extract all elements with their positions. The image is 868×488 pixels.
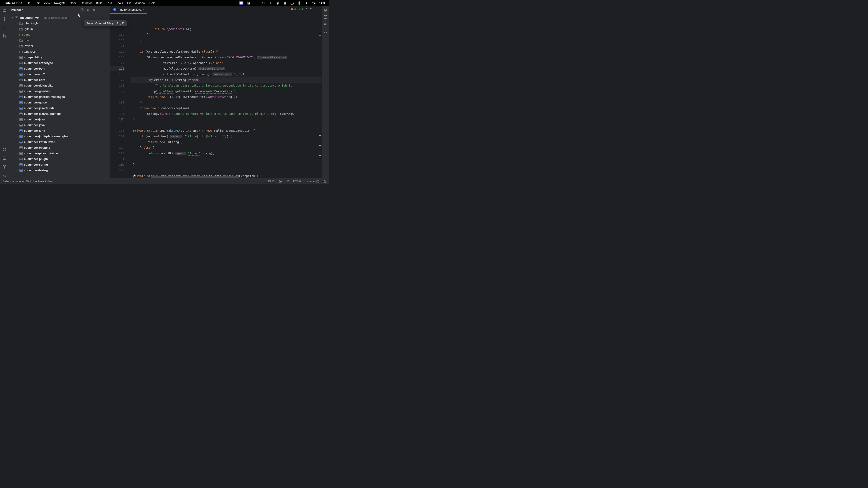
code-line[interactable]: "The %s plugin class takes a java.lang.A… (131, 83, 321, 88)
menubar-time[interactable]: 14:39 (319, 1, 327, 5)
menu-code[interactable]: Code (70, 1, 76, 5)
tree-item[interactable]: ›cucumber-junit-platform-engine (9, 133, 110, 139)
tree-item[interactable]: ›cucumber-kotlin-java8 (9, 139, 110, 145)
status-icon-4[interactable]: ⦀ (268, 1, 272, 5)
code-line[interactable]: return new UTF8OutputStreamWriter(openSt… (131, 94, 321, 100)
code-line[interactable]: return openStream(arg); (131, 26, 321, 32)
tree-item[interactable]: ›.spotless (9, 49, 110, 55)
code-line[interactable]: log.error(() -> String.format( (131, 77, 321, 83)
status-icon-1[interactable]: ◪ (247, 1, 251, 5)
tree-item[interactable]: ›cucumber-archetype (9, 60, 110, 66)
tree-item[interactable]: ›cucumber-core (9, 77, 110, 83)
status-icon-6[interactable]: ▦ (283, 1, 287, 5)
problems-tool-icon[interactable] (2, 164, 7, 169)
expand-all-button[interactable] (85, 7, 91, 13)
code-line[interactable]: } (131, 37, 321, 43)
tree-item[interactable]: ›.idea (9, 32, 110, 37)
commit-tool-icon[interactable] (2, 16, 7, 22)
code-line[interactable]: .collect(Collectors.joining( delimiter: … (131, 71, 321, 77)
menu-window[interactable]: Window (135, 1, 145, 5)
tree-item[interactable]: ›cucumber-bom (9, 66, 110, 71)
next-highlight-button[interactable]: ∨ (310, 7, 312, 10)
menu-file[interactable]: File (26, 1, 31, 5)
tree-item[interactable]: ›cucumber-junit (9, 128, 110, 133)
editor-code[interactable]: return openStream(arg); } } if (ctorArgC… (131, 14, 321, 178)
wifi-icon[interactable] (305, 1, 309, 5)
terminal-tool-icon[interactable] (2, 156, 7, 161)
indent-settings[interactable]: 4 spaces (305, 180, 319, 183)
database-tool-icon[interactable] (323, 15, 328, 19)
tree-item[interactable]: ›.github (9, 26, 110, 32)
line-separator-icon[interactable] (279, 180, 282, 183)
code-line[interactable]: return new URL(arg); (131, 139, 321, 145)
weak-warnings-indicator[interactable]: 1 (298, 7, 303, 10)
tree-item[interactable]: ›cucumber-java8 (9, 122, 110, 128)
code-line[interactable]: .filter(c -> c != Appendable.class) (131, 60, 321, 66)
menu-navigate[interactable]: Navigate (54, 1, 66, 5)
inspections-widget[interactable]: 3 1 ∧ ∨ (290, 7, 312, 10)
project-panel-title[interactable]: Project ▾ (11, 8, 23, 11)
code-line[interactable]: } (131, 32, 321, 37)
status-icon-2[interactable]: ▭ (254, 1, 258, 5)
code-line[interactable]: throw new CucumberException( (131, 105, 321, 111)
tree-item[interactable]: ›cucumber-deltaspike (9, 83, 110, 88)
code-line[interactable] (131, 167, 321, 173)
tree-item[interactable]: ›cucumber-guice (9, 100, 110, 105)
collapse-all-button[interactable] (91, 7, 96, 13)
menu-build[interactable]: Build (96, 1, 103, 5)
prev-highlight-button[interactable]: ∧ (306, 7, 308, 10)
tab-pluginfactory[interactable]: C PluginFactory.java × (110, 6, 147, 14)
stripe-mark[interactable] (319, 135, 321, 136)
menu-git[interactable]: Git (127, 1, 131, 5)
status-icon-3[interactable]: ⬡ (261, 1, 265, 5)
code-line[interactable]: if (ctorArgClass.equals(Appendable.class… (131, 49, 321, 55)
tree-item[interactable]: ›cucumber-testng (9, 167, 110, 173)
tree-item[interactable]: ›cucumber-picocontainer (9, 151, 110, 156)
error-stripe[interactable] (318, 14, 321, 178)
notifications-icon[interactable] (323, 8, 328, 12)
panel-options-button[interactable]: ⋮ (97, 7, 102, 13)
hide-panel-button[interactable]: — (103, 7, 108, 13)
pull-requests-tool-icon[interactable] (2, 33, 7, 39)
code-line[interactable]: if (arg.matches( regex: "^(file|http|htt… (131, 133, 321, 139)
stripe-mark[interactable] (319, 35, 321, 36)
override-gutter-icon[interactable]: @ (121, 117, 123, 122)
tree-item[interactable]: ›cucumber-gherkin-messages (9, 94, 110, 100)
override-gutter-icon[interactable]: @ (121, 162, 123, 167)
line-separator[interactable]: LF (286, 180, 289, 183)
menu-run[interactable]: Run (107, 1, 112, 5)
code-line[interactable] (131, 122, 321, 128)
tree-item[interactable]: ›cucumber-spring (9, 162, 110, 167)
tree-item[interactable]: ›cucumber-cdi2 (9, 71, 110, 77)
build-tool-icon[interactable] (2, 147, 7, 152)
code-line[interactable]: pluginClass.getName(), recommendedParame… (131, 88, 321, 94)
code-line[interactable]: String recommendedParameters = Arrays.st… (131, 55, 321, 60)
code-line[interactable] (131, 43, 321, 49)
code-line[interactable]: } else { (131, 145, 321, 151)
code-line[interactable]: } (131, 100, 321, 105)
user-icon[interactable]: ◯ (290, 1, 294, 5)
stripe-mark[interactable] (319, 155, 321, 156)
horizontal-scrollbar[interactable] (151, 176, 318, 178)
tree-item[interactable]: ›compatibility (9, 55, 110, 60)
coverage-tool-icon[interactable] (323, 29, 328, 33)
vcs-tool-icon[interactable] (2, 173, 7, 178)
more-tool-icon[interactable]: ⋯ (2, 42, 7, 47)
code-line[interactable]: } (131, 156, 321, 162)
screen-record-icon[interactable] (239, 1, 243, 5)
menu-tools[interactable]: Tools (116, 1, 123, 5)
status-icon-5[interactable]: ◉ (276, 1, 280, 5)
tree-item[interactable]: ›.mvn (9, 37, 110, 43)
app-name[interactable]: IntelliJ IDEA (5, 1, 23, 5)
tree-item[interactable]: ›.revapi (9, 43, 110, 49)
code-line[interactable]: .map(Class::getName) Stream<String> (131, 66, 321, 71)
menu-edit[interactable]: Edit (35, 1, 39, 5)
tree-item[interactable]: ›cucumber-jakarta-cdi (9, 105, 110, 111)
editor-gutter[interactable]: 1671681691701711721731741751761771781791… (110, 14, 131, 178)
tree-item[interactable]: ›cucumber-plugin (9, 156, 110, 162)
warnings-indicator[interactable]: 3 (290, 7, 296, 10)
code-line[interactable]: return new URL( spec: "file:" + arg); (131, 151, 321, 156)
structure-tool-icon[interactable] (2, 25, 7, 30)
stripe-mark[interactable] (319, 145, 321, 146)
code-line[interactable]: String.format("Cannot convert %s into a … (131, 111, 321, 117)
